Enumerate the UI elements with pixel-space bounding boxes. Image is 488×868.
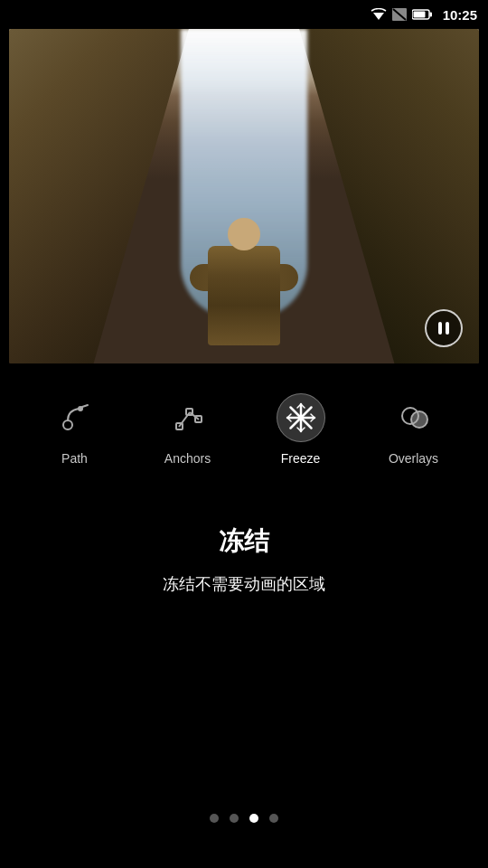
path-icon-wrap (51, 393, 99, 442)
status-time: 10:25 (443, 7, 477, 23)
figure (190, 210, 298, 345)
svg-point-25 (298, 415, 304, 420)
status-bar: 10:25 (0, 0, 488, 29)
dot-4[interactable] (269, 814, 278, 823)
status-icons: 10:25 (371, 7, 477, 23)
path-icon (59, 401, 91, 434)
svg-marker-0 (373, 13, 384, 20)
overlays-icon (398, 401, 430, 434)
signal-icon (392, 8, 407, 21)
overlays-icon-wrap (389, 393, 438, 442)
anchors-icon-wrap (164, 393, 212, 442)
pagination (0, 814, 488, 823)
dot-1[interactable] (210, 814, 219, 823)
tool-anchors[interactable]: Anchors (152, 393, 224, 466)
svg-rect-5 (413, 12, 425, 18)
anchors-label: Anchors (164, 451, 211, 466)
path-label: Path (61, 451, 88, 466)
freeze-icon-wrap (277, 393, 325, 442)
content-title: 冻结 (219, 524, 269, 559)
freeze-icon (284, 401, 318, 435)
freeze-label: Freeze (281, 451, 321, 466)
svg-rect-4 (429, 13, 432, 17)
overlays-label: Overlays (389, 451, 438, 466)
tool-path[interactable]: Path (39, 393, 111, 466)
tool-overlays[interactable]: Overlays (378, 393, 450, 466)
wifi-icon (371, 8, 387, 21)
content-area: 冻结 冻结不需要动画的区域 (0, 488, 488, 868)
video-area (9, 29, 479, 363)
tool-freeze[interactable]: Freeze (265, 393, 337, 466)
dot-2[interactable] (230, 814, 239, 823)
pause-button[interactable] (425, 309, 463, 347)
content-description: 冻结不需要动画的区域 (163, 573, 325, 595)
toolbar: Path Anchors (0, 375, 488, 484)
battery-icon (412, 9, 432, 20)
dot-3[interactable] (249, 814, 258, 823)
pause-icon (438, 322, 449, 335)
svg-point-6 (63, 420, 72, 429)
waterfall-bg (9, 29, 479, 363)
anchors-icon (172, 401, 204, 434)
